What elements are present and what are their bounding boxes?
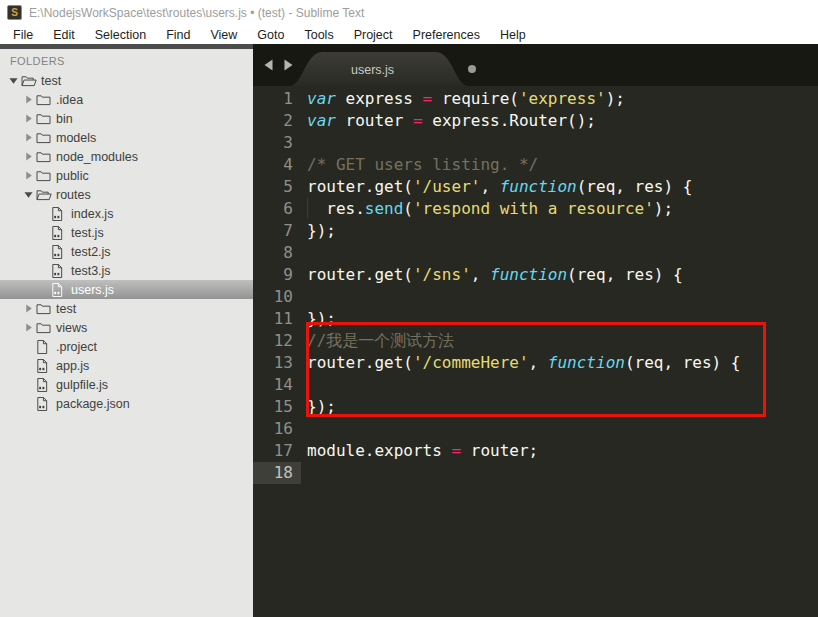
menu-goto[interactable]: Goto: [247, 28, 294, 42]
line-text[interactable]: });: [301, 220, 336, 242]
line-number[interactable]: 15: [253, 396, 301, 418]
line-number[interactable]: 3: [253, 132, 301, 154]
line-number[interactable]: 16: [253, 418, 301, 440]
tree-item-label: test: [40, 74, 61, 88]
line-text[interactable]: });: [301, 396, 336, 418]
tree-item-test2-js[interactable]: test2.js: [0, 242, 253, 261]
line-text[interactable]: var router = express.Router();: [301, 110, 596, 132]
line-number[interactable]: 10: [253, 286, 301, 308]
line-text[interactable]: module.exports = router;: [301, 440, 538, 462]
code-line-6: 6 res.send('respond with a resource');: [253, 198, 818, 220]
tab-users-js[interactable]: users.js: [290, 52, 468, 86]
line-number[interactable]: 1: [253, 88, 301, 110]
tree-item-label: public: [55, 169, 89, 183]
token-pl: module.exports: [307, 441, 452, 460]
line-number[interactable]: 12: [253, 330, 301, 352]
line-text[interactable]: [301, 374, 307, 396]
menu-edit[interactable]: Edit: [43, 28, 85, 42]
folder-icon: [36, 169, 55, 182]
arrow-right-icon[interactable]: [21, 114, 36, 123]
file-js-icon: [51, 207, 70, 221]
tree-item-label: test2.js: [70, 245, 111, 259]
line-text[interactable]: [301, 418, 307, 440]
tree-item-users-js[interactable]: users.js: [0, 280, 253, 299]
menu-help[interactable]: Help: [490, 28, 536, 42]
line-text[interactable]: /* GET users listing. */: [301, 154, 538, 176]
tree-item-models[interactable]: models: [0, 128, 253, 147]
line-text[interactable]: router.get('/sns', function(req, res) {: [301, 264, 683, 286]
title-bar: S E:\NodejsWorkSpace\test\routes\users.j…: [0, 0, 818, 25]
arrow-down-icon[interactable]: [21, 190, 36, 199]
line-number[interactable]: 6: [253, 198, 301, 220]
menu-selection[interactable]: Selection: [85, 28, 156, 42]
tree-item--project[interactable]: .project: [0, 337, 253, 356]
arrow-right-icon[interactable]: [21, 95, 36, 104]
menu-file[interactable]: File: [3, 28, 43, 42]
token-str: 'express': [519, 89, 606, 108]
line-number[interactable]: 13: [253, 352, 301, 374]
line-text[interactable]: });: [301, 308, 336, 330]
tree-item-bin[interactable]: bin: [0, 109, 253, 128]
line-number[interactable]: 9: [253, 264, 301, 286]
line-number[interactable]: 11: [253, 308, 301, 330]
line-text[interactable]: var express = require('express');: [301, 88, 625, 110]
code-line-13: 13router.get('/commeHere', function(req,…: [253, 352, 818, 374]
line-text[interactable]: router.get('/commeHere', function(req, r…: [301, 352, 740, 374]
tree-item-public[interactable]: public: [0, 166, 253, 185]
line-number[interactable]: 18: [253, 462, 301, 484]
arrow-right-icon[interactable]: [21, 323, 36, 332]
code-area[interactable]: 1var express = require('express');2var r…: [253, 86, 818, 617]
tree-item-test[interactable]: test: [0, 71, 253, 90]
folder-tree: test.ideabinmodelsnode_modulespublicrout…: [0, 71, 253, 413]
token-pl: );: [606, 89, 625, 108]
line-number[interactable]: 7: [253, 220, 301, 242]
editor-pane: users.js 1var express = require('express…: [253, 44, 818, 617]
arrow-right-icon[interactable]: [21, 171, 36, 180]
line-number[interactable]: 17: [253, 440, 301, 462]
line-text[interactable]: res.send('respond with a resource');: [301, 198, 673, 220]
line-number[interactable]: 14: [253, 374, 301, 396]
line-text[interactable]: [301, 132, 307, 154]
tree-item-views[interactable]: views: [0, 318, 253, 337]
code-line-16: 16: [253, 418, 818, 440]
tree-item-gulpfile-js[interactable]: gulpfile.js: [0, 375, 253, 394]
arrow-right-icon[interactable]: [21, 133, 36, 142]
line-text[interactable]: [301, 242, 307, 264]
arrow-right-icon[interactable]: [21, 304, 36, 313]
tree-item-node-modules[interactable]: node_modules: [0, 147, 253, 166]
tree-item-app-js[interactable]: app.js: [0, 356, 253, 375]
token-pl: ,: [471, 265, 490, 284]
line-text[interactable]: [301, 462, 307, 484]
line-number[interactable]: 8: [253, 242, 301, 264]
arrow-down-icon[interactable]: [6, 76, 21, 85]
token-pl: router;: [461, 441, 538, 460]
line-number[interactable]: 4: [253, 154, 301, 176]
tree-item-index-js[interactable]: index.js: [0, 204, 253, 223]
menu-find[interactable]: Find: [156, 28, 200, 42]
line-number[interactable]: 5: [253, 176, 301, 198]
tree-item-routes[interactable]: routes: [0, 185, 253, 204]
menu-tools[interactable]: Tools: [294, 28, 343, 42]
line-text[interactable]: [301, 286, 307, 308]
code-line-3: 3: [253, 132, 818, 154]
tab-scroll-left-icon[interactable]: [263, 59, 274, 71]
arrow-right-icon[interactable]: [21, 152, 36, 161]
tree-item-test3-js[interactable]: test3.js: [0, 261, 253, 280]
file-js-icon: [51, 226, 70, 240]
tree-item-package-json[interactable]: package.json: [0, 394, 253, 413]
folder-icon: [36, 112, 55, 125]
line-number[interactable]: 2: [253, 110, 301, 132]
tree-item-test[interactable]: test: [0, 299, 253, 318]
line-text[interactable]: //我是一个测试方法: [301, 330, 454, 352]
tree-item-test-js[interactable]: test.js: [0, 223, 253, 242]
sublime-text-app-icon[interactable]: S: [7, 5, 22, 20]
line-text[interactable]: router.get('/user', function(req, res) {: [301, 176, 692, 198]
tree-item--idea[interactable]: .idea: [0, 90, 253, 109]
menu-project[interactable]: Project: [344, 28, 403, 42]
token-str: '/commeHere': [413, 353, 529, 372]
menu-preferences[interactable]: Preferences: [403, 28, 490, 42]
token-pl: (: [403, 199, 413, 218]
menu-view[interactable]: View: [200, 28, 247, 42]
code-line-11: 11});: [253, 308, 818, 330]
tree-item-label: bin: [55, 112, 73, 126]
